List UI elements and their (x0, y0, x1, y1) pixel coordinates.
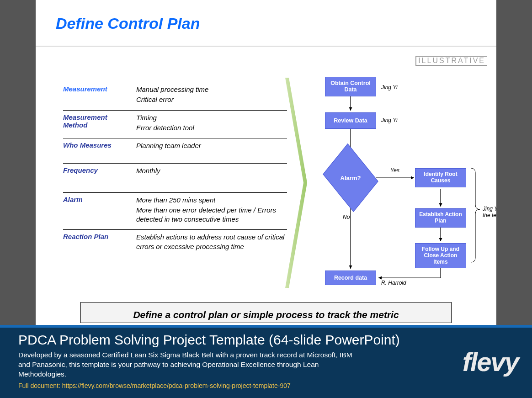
row-value: Establish actions to address root cause … (136, 233, 287, 252)
title-divider (36, 46, 496, 47)
banner-description: Developed by a seasoned Certified Lean S… (18, 350, 356, 379)
illustrative-badge: ILLUSTRATIVE (415, 56, 487, 66)
flow-node-alarm-decision: Alarm? (326, 158, 375, 197)
table-row: Who Measures Planning team leader (63, 138, 287, 164)
value-line: Manual processing time (136, 85, 287, 94)
banner-title: PDCA Problem Solving Project Template (6… (18, 332, 518, 348)
table-row: Measurement Method Timing Error detectio… (63, 111, 287, 139)
banner-title-paren: (64-slide PowerPoint) (269, 332, 400, 347)
value-line: More than 250 mins spent (136, 196, 287, 205)
banner-link[interactable]: Full document: https://flevy.com/browse/… (18, 382, 518, 389)
slide-footer-text: Define a control plan or simple process … (80, 302, 452, 323)
edge-label-yes: Yes (390, 167, 399, 174)
value-line: Planning team leader (136, 141, 287, 150)
promo-banner: PDCA Problem Solving Project Template (6… (0, 325, 532, 398)
slide-title: Define Control Plan (56, 15, 200, 32)
value-line: Timing (136, 113, 287, 122)
row-value: More than 250 mins spent More than one e… (136, 196, 287, 225)
table-row: Frequency Monthly (63, 164, 287, 192)
banner-title-main: PDCA Problem Solving Project Template (18, 332, 265, 347)
row-label: Measurement (63, 85, 136, 106)
decision-label: Alarm? (326, 158, 375, 197)
row-label: Alarm (63, 196, 136, 225)
value-line: Monthly (136, 166, 287, 175)
value-line: Critical error (136, 95, 287, 104)
owner-label: Jing Yi (381, 117, 398, 123)
edge-label-no: No (343, 214, 350, 220)
control-plan-table: Measurement Manual processing time Criti… (63, 82, 287, 257)
flevy-logo: flevy (463, 346, 518, 377)
row-label: Measurement Method (63, 113, 136, 134)
value-line: More than one error detected per time / … (136, 206, 287, 224)
row-label: Who Measures (63, 141, 136, 151)
row-value: Planning team leader (136, 141, 287, 151)
flow-node-review: Review Data (325, 112, 376, 129)
row-value: Manual processing time Critical error (136, 85, 287, 106)
flowchart: Obtain Control Data Jing Yi Review Data … (301, 74, 488, 293)
owner-label-group: Jing Yi and the the team (483, 206, 496, 218)
flow-node-follow: Follow Up and Close Action Items (415, 243, 466, 268)
row-label: Frequency (63, 166, 136, 176)
row-value: Timing Error detection tool (136, 113, 287, 134)
value-line: Error detection tool (136, 123, 287, 133)
flow-node-identify: Identify Root Causes (415, 168, 466, 187)
slide: Define Control Plan ILLUSTRATIVE Measure… (36, 0, 496, 325)
flow-node-establish: Establish Action Plan (415, 208, 466, 228)
row-label: Reaction Plan (63, 233, 136, 252)
row-value: Monthly (136, 166, 287, 176)
table-row: Alarm More than 250 mins spent More than… (63, 193, 287, 230)
table-row: Reaction Plan Establish actions to addre… (63, 230, 287, 257)
owner-label: Jing Yi (381, 84, 398, 90)
table-row: Measurement Manual processing time Criti… (63, 82, 287, 111)
value-line: Establish actions to address root cause … (136, 233, 287, 251)
owner-label: R. Harrold (381, 280, 406, 286)
flow-node-obtain: Obtain Control Data (325, 77, 376, 96)
flow-node-record: Record data (325, 271, 376, 285)
